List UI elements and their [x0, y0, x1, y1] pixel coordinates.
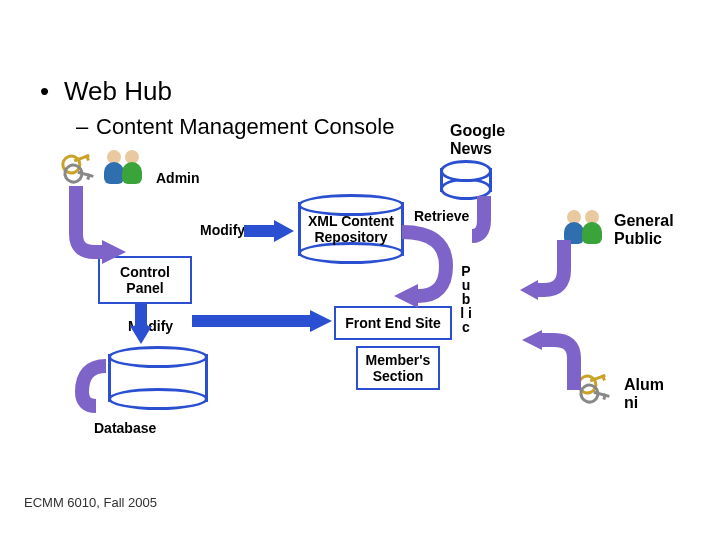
label-retrieve: Retrieve: [414, 208, 469, 224]
arrow-xml-to-front: [394, 232, 474, 312]
label-modify-top: Modify: [200, 222, 245, 238]
bullet-dot: •: [40, 76, 49, 107]
cylinder-database: [108, 346, 208, 410]
label-google-news: Google News: [450, 122, 505, 158]
svg-marker-2: [192, 310, 332, 332]
cylinder-google-news: [440, 160, 492, 200]
label-google: Google: [450, 122, 505, 139]
keys-icon: [60, 150, 100, 190]
arrow-alumni-curl: [520, 330, 590, 400]
bullet-cmc: Content Management Console: [96, 114, 394, 140]
svg-marker-1: [130, 302, 152, 344]
bullet-web-hub: Web Hub: [64, 76, 172, 107]
arrow-admin-to-xml: [244, 220, 294, 242]
arrow-control-to-front: [192, 310, 332, 332]
arrow-public-curl: [520, 240, 580, 310]
label-alumni: Alum ni: [624, 376, 664, 412]
label-news: News: [450, 140, 492, 157]
cylinder-xml-repo: XML Content Repository: [298, 194, 404, 264]
arrow-google-to-xml: [472, 196, 522, 316]
svg-marker-3: [102, 240, 126, 264]
svg-marker-5: [520, 280, 538, 300]
footer: ECMM 6010, Fall 2005: [24, 495, 157, 510]
svg-marker-6: [522, 330, 542, 350]
label-general-public: General Public: [614, 212, 674, 248]
arrow-control-to-db: [130, 302, 152, 344]
label-admin: Admin: [156, 170, 200, 186]
arrow-keys-curl: [56, 186, 126, 276]
label-xml-repo: XML Content Repository: [298, 213, 404, 245]
admin-people-icon: [104, 150, 150, 190]
bullet-dash: –: [76, 114, 88, 140]
label-database: Database: [94, 420, 156, 436]
svg-marker-4: [394, 284, 418, 308]
box-members-section: Member'sSection: [356, 346, 440, 390]
arrow-db-curl: [64, 356, 110, 416]
svg-marker-0: [244, 220, 294, 242]
